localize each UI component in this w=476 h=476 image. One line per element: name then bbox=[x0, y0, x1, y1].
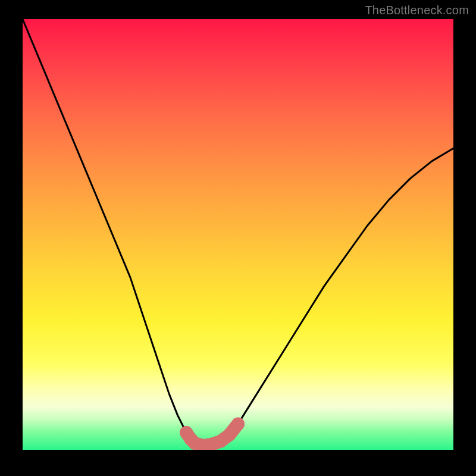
watermark-text: TheBottleneck.com bbox=[365, 4, 469, 17]
chart-svg bbox=[23, 19, 453, 450]
bottleneck-curve bbox=[23, 19, 453, 446]
svg-point-7 bbox=[231, 418, 245, 431]
chart-plot-area bbox=[23, 19, 453, 450]
optimal-range-markers bbox=[180, 418, 245, 450]
svg-point-6 bbox=[223, 428, 236, 441]
chart-frame: TheBottleneck.com bbox=[0, 0, 476, 476]
